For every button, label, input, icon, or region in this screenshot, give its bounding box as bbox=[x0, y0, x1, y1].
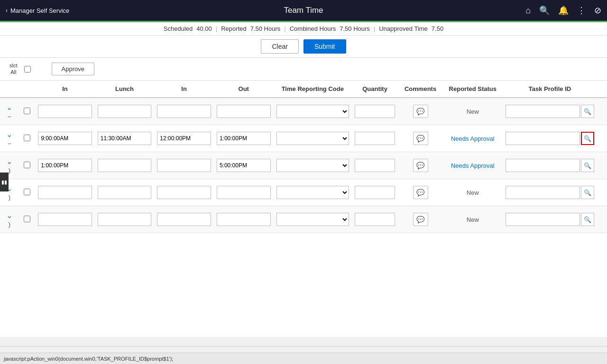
row-out-1[interactable] bbox=[217, 132, 271, 145]
row-out-cell-0 bbox=[214, 98, 274, 125]
row-out-4[interactable] bbox=[217, 213, 271, 226]
row-lunch-cell-0 bbox=[95, 98, 155, 125]
comment-icon-0: 💬 bbox=[416, 108, 424, 115]
th-trc: Time Reporting Code bbox=[274, 81, 352, 98]
clear-button[interactable]: Clear bbox=[261, 39, 298, 54]
row-comments-cell-0: 💬 bbox=[398, 98, 443, 125]
row-comments-cell-4: 💬 bbox=[398, 206, 443, 233]
row-in-1[interactable] bbox=[38, 132, 92, 145]
row-task-input-0[interactable] bbox=[506, 105, 580, 118]
row-out-2[interactable] bbox=[217, 159, 271, 172]
row-checkbox-0[interactable] bbox=[24, 108, 30, 114]
row-qty-0[interactable] bbox=[355, 105, 395, 118]
row-lunch-2[interactable] bbox=[98, 159, 152, 172]
row-in2-1[interactable] bbox=[157, 132, 211, 145]
row-qty-2[interactable] bbox=[355, 159, 395, 172]
row-lunch-0[interactable] bbox=[98, 105, 152, 118]
row-lunch-1[interactable] bbox=[98, 132, 152, 145]
row-checkbox-cell-4 bbox=[19, 206, 35, 233]
task-search-button-3[interactable]: 🔍 bbox=[581, 186, 594, 199]
comment-button-1[interactable]: 💬 bbox=[413, 132, 428, 145]
row-in-4[interactable] bbox=[38, 213, 92, 226]
row-out-cell-2 bbox=[214, 152, 274, 179]
row-qty-4[interactable] bbox=[355, 213, 395, 226]
row-trc-3[interactable] bbox=[276, 186, 349, 199]
home-icon[interactable]: ⌂ bbox=[525, 6, 531, 16]
row-task-input-1[interactable] bbox=[506, 132, 580, 145]
row-status-cell-3: New bbox=[443, 179, 503, 206]
row-checkbox-3[interactable] bbox=[24, 189, 30, 195]
approve-button[interactable]: Approve bbox=[52, 63, 94, 75]
row-ctrl-0: ⌄ – bbox=[0, 98, 19, 125]
task-search-button-1[interactable]: 🔍 bbox=[581, 132, 594, 145]
row-in2-cell-0 bbox=[154, 98, 214, 125]
slct-all-label: slct All bbox=[9, 63, 18, 75]
row-lunch-3[interactable] bbox=[98, 186, 152, 199]
bell-icon[interactable]: 🔔 bbox=[558, 5, 569, 16]
row-in-3[interactable] bbox=[38, 186, 92, 199]
row-qty-1[interactable] bbox=[355, 132, 395, 145]
row-out-3[interactable] bbox=[217, 186, 271, 199]
row-checkbox-4[interactable] bbox=[24, 216, 30, 222]
back-nav[interactable]: ‹ Manager Self Service bbox=[6, 7, 69, 14]
row-in2-0[interactable] bbox=[157, 105, 211, 118]
chevron-icon-2[interactable]: ⌄ bbox=[6, 157, 12, 166]
row-checkbox-cell-2 bbox=[19, 152, 35, 179]
row-out-0[interactable] bbox=[217, 105, 271, 118]
row-in-2[interactable] bbox=[38, 159, 92, 172]
more-icon[interactable]: ⋮ bbox=[577, 5, 586, 16]
row-in2-cell-4 bbox=[154, 206, 214, 233]
task-search-button-4[interactable]: 🔍 bbox=[581, 213, 594, 226]
row-trc-4[interactable] bbox=[276, 213, 349, 226]
pause-button[interactable]: ▮▮ bbox=[0, 173, 9, 191]
row-in2-2[interactable] bbox=[157, 159, 211, 172]
comment-button-4[interactable]: 💬 bbox=[413, 213, 428, 226]
row-in-cell-3 bbox=[35, 179, 95, 206]
row-qty-cell-1 bbox=[352, 125, 398, 152]
row-task-cell-4: 🔍 bbox=[503, 206, 598, 233]
block-icon[interactable]: ⊘ bbox=[594, 5, 601, 16]
row-trc-1[interactable] bbox=[276, 132, 349, 145]
row-ctrl-1: ⌄ – bbox=[0, 125, 19, 152]
row-extra-1 bbox=[597, 125, 607, 152]
chevron-icon-4[interactable]: ⌄ bbox=[6, 211, 12, 220]
row-task-input-2[interactable] bbox=[506, 159, 580, 172]
row-trc-0[interactable] bbox=[276, 105, 349, 118]
back-label: Manager Self Service bbox=[10, 7, 69, 14]
select-all-checkbox[interactable] bbox=[24, 66, 31, 73]
row-out-cell-4 bbox=[214, 206, 274, 233]
row-qty-3[interactable] bbox=[355, 186, 395, 199]
search-icon[interactable]: 🔍 bbox=[539, 5, 550, 16]
table-row: ⌄ ) 💬 bbox=[0, 179, 607, 206]
task-search-button-0[interactable]: 🔍 bbox=[581, 105, 594, 118]
comment-icon-1: 💬 bbox=[416, 135, 424, 142]
row-in-0[interactable] bbox=[38, 105, 92, 118]
task-search-button-2[interactable]: 🔍 bbox=[581, 159, 594, 172]
row-in-cell-1 bbox=[35, 125, 95, 152]
row-qty-cell-2 bbox=[352, 152, 398, 179]
chevron-icon-1[interactable]: ⌄ bbox=[6, 130, 12, 139]
th-qty: Quantity bbox=[352, 81, 398, 98]
scheduled-value: 40.00 bbox=[196, 25, 212, 32]
slct-text: slct bbox=[9, 63, 18, 69]
row-trc-2[interactable] bbox=[276, 159, 349, 172]
th-task: Task Profile ID bbox=[503, 81, 598, 98]
row-in2-3[interactable] bbox=[157, 186, 211, 199]
row-in2-4[interactable] bbox=[157, 213, 211, 226]
comment-button-0[interactable]: 💬 bbox=[413, 105, 428, 118]
comment-button-3[interactable]: 💬 bbox=[413, 186, 428, 199]
approve-row: slct All Approve bbox=[0, 58, 607, 81]
row-lunch-4[interactable] bbox=[98, 213, 152, 226]
comment-button-2[interactable]: 💬 bbox=[413, 159, 428, 172]
submit-button[interactable]: Submit bbox=[304, 39, 346, 54]
combined-label: Combined Hours bbox=[290, 25, 336, 32]
combined-value: 7.50 Hours bbox=[340, 25, 370, 32]
comment-icon-2: 💬 bbox=[416, 162, 424, 169]
row-checkbox-2[interactable] bbox=[24, 162, 30, 168]
row-checkbox-1[interactable] bbox=[24, 135, 30, 141]
row-extra-3 bbox=[597, 179, 607, 206]
row-task-input-3[interactable] bbox=[506, 186, 580, 199]
row-task-input-4[interactable] bbox=[506, 213, 580, 226]
chevron-icon-0[interactable]: ⌄ bbox=[6, 103, 12, 112]
row-dash-0: – bbox=[8, 113, 11, 120]
